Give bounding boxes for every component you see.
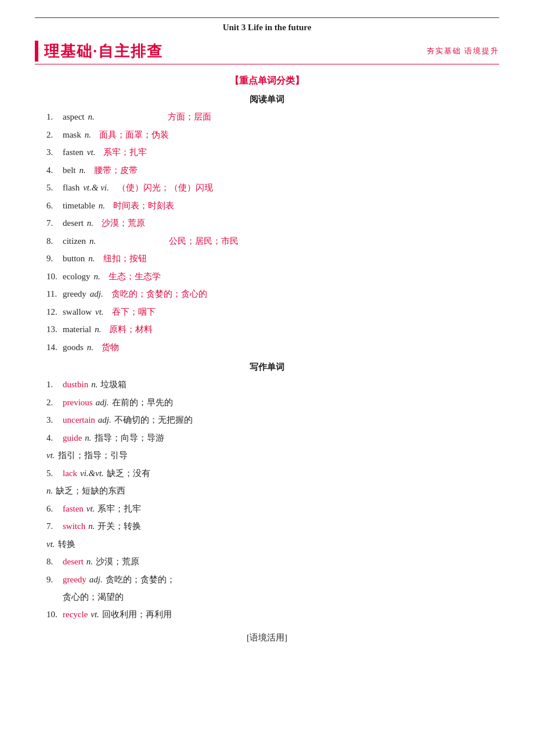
word-number: 10.: [46, 269, 63, 285]
word-chinese: 贪吃的；贪婪的；贪心的: [111, 287, 207, 302]
reading-word-item: 8.citizenn.公民；居民；市民: [46, 234, 499, 249]
word-chinese: 吞下；咽下: [112, 305, 156, 320]
word-number: 9.: [46, 573, 63, 588]
reading-word-list: 1.aspectn.方面；层面2.maskn.面具；面罩；伪装3.fastenv…: [35, 110, 499, 355]
writing-word-item: 4.guiden.指导；向导；导游: [35, 431, 499, 446]
word-chinese: 纽扣；按钮: [103, 251, 147, 267]
word-chinese: 时间表；时刻表: [113, 199, 174, 214]
word-pos: adj.: [90, 287, 103, 302]
word-chinese: （使）闪光；（使）闪现: [117, 181, 213, 196]
writing-word-item: 7.switchn.开关；转换: [35, 519, 499, 534]
word-number: 2.: [46, 395, 63, 411]
reading-word-item: 10.ecologyn.生态；生态学: [46, 269, 499, 285]
writing-word-item: 8.desertn.沙漠；荒原: [35, 555, 499, 570]
section-sub-right: 夯实基础 语境提升: [427, 46, 499, 56]
word-english: desert: [63, 216, 84, 231]
reading-word-item: 13.materialn.原料；材料: [46, 322, 499, 337]
writing-word-extra2: 贪心的；渴望的: [63, 590, 499, 605]
word-english: belt: [63, 163, 76, 178]
word-chinese: 生态；生态学: [109, 269, 161, 285]
reading-word-item: 6.timetablen.时间表；时刻表: [46, 199, 499, 214]
word-number: 10.: [46, 607, 63, 622]
word-chinese: 指导；向导；导游: [95, 431, 164, 446]
word-chinese: 垃圾箱: [100, 377, 127, 393]
reading-word-item: 5.flashvt.& vi.（使）闪光；（使）闪现: [46, 181, 499, 196]
word-english: aspect: [63, 110, 84, 125]
writing-section: 1.dustbinn.垃圾箱2.previousadj.在前的；早先的3.unc…: [35, 377, 499, 622]
word-chinese: 方面；层面: [168, 110, 211, 125]
word-chinese: 公民；居民；市民: [169, 234, 239, 249]
word-english: timetable: [63, 199, 95, 214]
word-english: lack: [63, 466, 77, 481]
extra-pos: n.: [46, 484, 53, 499]
context-title: [语境活用]: [35, 632, 499, 643]
word-pos: n.: [80, 163, 86, 178]
word-number: 8.: [46, 234, 63, 249]
word-pos: n.: [88, 519, 95, 534]
word-chinese: 沙漠；荒原: [102, 216, 145, 231]
word-chinese: 原料；材料: [109, 322, 153, 337]
word-number: 4.: [46, 431, 63, 446]
word-number: 3.: [46, 413, 63, 428]
word-english: switch: [63, 519, 85, 534]
writing-word-item: 2.previousadj.在前的；早先的: [35, 395, 499, 411]
word-number: 9.: [46, 251, 63, 267]
extra-chinese: 指引；指导；引导: [58, 448, 128, 463]
word-number: 6.: [46, 502, 63, 517]
word-english: button: [63, 251, 85, 267]
word-chinese: 回收利用；再利用: [102, 607, 172, 622]
word-number: 7.: [46, 216, 63, 231]
word-number: 12.: [46, 305, 63, 320]
word-english: previous: [63, 395, 93, 411]
word-number: 5.: [46, 466, 63, 481]
word-number: 8.: [46, 555, 63, 570]
reading-word-item: 9.buttonn.纽扣；按钮: [46, 251, 499, 267]
word-chinese: 不确切的；无把握的: [114, 413, 193, 428]
reading-word-item: 2.maskn.面具；面罩；伪装: [46, 128, 499, 143]
writing-word-item: 1.dustbinn.垃圾箱: [35, 377, 499, 393]
word-chinese: 面具；面罩；伪装: [99, 128, 169, 143]
word-english: ecology: [63, 269, 90, 285]
word-english: fasten: [63, 145, 84, 160]
reading-words-title: 阅读单词: [35, 94, 499, 105]
red-bar-decoration: [35, 41, 38, 62]
reading-word-item: 14.goodsn.货物: [46, 340, 499, 355]
word-number: 6.: [46, 199, 63, 214]
writing-word-item: 6.fastenvt.系牢；扎牢: [35, 502, 499, 517]
word-pos: n.: [99, 199, 105, 214]
word-pos: n.: [85, 431, 91, 446]
word-pos: n.: [89, 234, 96, 249]
word-chinese: 贪吃的；贪婪的；: [106, 573, 175, 588]
word-pos: vt.& vi.: [83, 181, 109, 196]
word-number: 13.: [46, 322, 63, 337]
extra-pos: vt.: [46, 448, 55, 463]
word-chinese: 沙漠；荒原: [96, 555, 139, 570]
reading-word-item: 12.swallowvt.吞下；咽下: [46, 305, 499, 320]
word-pos: n.: [87, 216, 93, 231]
word-pos: n.: [93, 269, 100, 285]
word-english: greedy: [63, 287, 86, 302]
word-english: greedy: [63, 573, 86, 588]
section-header-left: 理基础·自主排查: [35, 41, 163, 62]
word-chinese: 腰带；皮带: [94, 163, 138, 178]
word-pos: n.: [87, 340, 93, 355]
word-number: 2.: [46, 128, 63, 143]
word-pos: vt.: [86, 502, 95, 517]
word-chinese: 开关；转换: [98, 519, 141, 534]
writing-word-item: 10.recyclevt.回收利用；再利用: [35, 607, 499, 622]
word-number: 14.: [46, 340, 63, 355]
word-pos: vt.: [95, 305, 104, 320]
word-number: 4.: [46, 163, 63, 178]
word-english: flash: [63, 181, 80, 196]
word-number: 5.: [46, 181, 63, 196]
word-pos: adj.: [98, 413, 111, 428]
word-number: 3.: [46, 145, 63, 160]
word-chinese: 在前的；早先的: [112, 395, 173, 411]
word-english: desert: [63, 555, 84, 570]
writing-word-item: 3.uncertainadj.不确切的；无把握的: [35, 413, 499, 428]
extra-chinese: 转换: [58, 537, 75, 552]
writing-word-item: 9.greedyadj.贪吃的；贪婪的；: [35, 573, 499, 588]
extra-pos: vt.: [46, 537, 55, 552]
word-pos: adj.: [96, 395, 109, 411]
word-english: uncertain: [63, 413, 95, 428]
